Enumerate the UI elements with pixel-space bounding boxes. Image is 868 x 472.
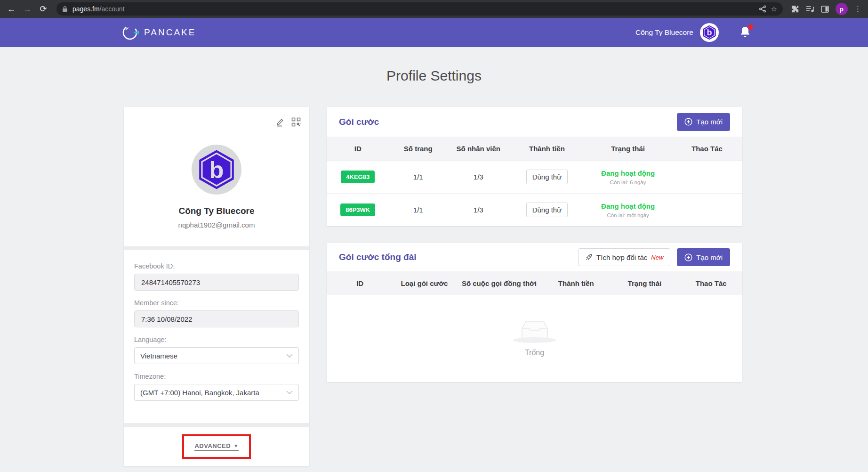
edit-pencil-icon[interactable] (275, 117, 285, 127)
qr-code-icon[interactable] (291, 117, 301, 127)
col-id: ID (327, 145, 389, 153)
brand-name: PANCAKE (144, 27, 196, 38)
account-page: Profile Settings b Công Ty Bluecore nqph (0, 47, 868, 472)
empty-text: Trống (525, 349, 544, 357)
reload-icon[interactable]: ⟳ (37, 2, 50, 16)
url-text: pages.fm/account (72, 5, 125, 13)
col-actions: Thao Tác (680, 279, 742, 287)
account-name[interactable]: Công Ty Bluecore (635, 28, 693, 37)
profile-form-section: Facebook ID: Member since: Language: Vie… (124, 250, 309, 423)
plan-status: Đang hoạt động (584, 202, 671, 210)
section-divider (124, 246, 309, 250)
notification-bell-icon[interactable] (739, 26, 752, 39)
profile-email: nqphat1902@gmail.com (124, 221, 309, 229)
plan-pages: 1/1 (389, 206, 447, 214)
extensions-puzzle-icon[interactable] (791, 5, 799, 13)
timezone-select[interactable]: (GMT +7:00) Hanoi, Bangkok, Jakarta (134, 384, 299, 401)
page-title: Profile Settings (0, 68, 868, 84)
facebook-id-field[interactable] (134, 274, 299, 291)
plan-pages: 1/1 (389, 173, 447, 181)
plan-remaining: Còn lại: một ngày (584, 212, 671, 218)
timezone-label: Timezone: (134, 373, 299, 380)
menu-kebab-icon[interactable]: ⋮ (854, 5, 861, 13)
col-status: Trạng thái (609, 279, 680, 287)
plan-price-tag: Dùng thử (526, 170, 568, 184)
section-divider (124, 423, 309, 427)
pancake-logo-icon (120, 23, 140, 42)
create-callcenter-plan-label: Tạo mới (696, 253, 723, 261)
callcenter-card-header: Gói cước tổng đài Tích hợp đối tác New T… (327, 243, 742, 271)
address-bar[interactable]: pages.fm/account ☆ (56, 2, 783, 16)
pancake-brand[interactable]: PANCAKE (120, 18, 196, 47)
advanced-label: ADVANCED (194, 442, 231, 449)
member-since-label: Member since: (134, 299, 299, 307)
plan-staff: 1/3 (447, 173, 509, 181)
side-panel-icon[interactable] (821, 6, 829, 13)
plan-status: Đang hoạt động (584, 169, 671, 177)
share-icon[interactable] (759, 5, 766, 13)
col-price: Thành tiền (509, 145, 584, 153)
notification-dot (748, 24, 753, 30)
bookmark-star-icon[interactable]: ☆ (771, 5, 777, 13)
forward-icon[interactable]: → (21, 2, 34, 16)
col-pages: Số trang (389, 145, 447, 153)
profile-name: Công Ty Bluecore (124, 206, 309, 216)
language-select[interactable]: Vietnamese (134, 347, 299, 364)
callcenter-card: Gói cước tổng đài Tích hợp đối tác New T… (327, 243, 742, 382)
create-callcenter-plan-button[interactable]: Tạo mới (677, 248, 730, 266)
timezone-value: (GMT +7:00) Hanoi, Bangkok, Jakarta (140, 389, 259, 397)
plans-title: Gói cước (339, 117, 677, 127)
profile-summary-section: b Công Ty Bluecore nqphat1902@gmail.com (124, 107, 309, 246)
triangle-down-icon: ▼ (233, 443, 238, 448)
col-actions: Thao Tác (672, 145, 742, 153)
advanced-toggle[interactable]: ADVANCED ▼ (194, 442, 238, 451)
plan-remaining: Còn lại: 6 ngày (584, 179, 671, 185)
plans-card-header: Gói cước Tạo mới (327, 107, 742, 137)
plus-circle-icon (684, 118, 692, 126)
partner-integration-button[interactable]: Tích hợp đối tác New (578, 248, 670, 266)
profile-card: b Công Ty Bluecore nqphat1902@gmail.com … (124, 107, 309, 466)
profile-avatar[interactable]: b (192, 145, 241, 195)
chevron-down-icon (286, 354, 293, 358)
advanced-section: ADVANCED ▼ (124, 427, 309, 466)
plan-id-badge[interactable]: 4KEG83 (341, 171, 375, 183)
empty-state: Trống (327, 295, 742, 382)
lock-icon (62, 6, 68, 12)
col-staff: Số nhân viên (447, 145, 509, 153)
plans-column: Gói cước Tạo mới ID Số trang Số nhân viê… (327, 107, 742, 382)
plan-id-badge[interactable]: 86P3WK (340, 203, 375, 216)
callcenter-title: Gói cước tổng đài (339, 252, 578, 262)
back-icon[interactable]: ← (5, 2, 18, 16)
partner-integration-label: Tích hợp đối tác (596, 253, 647, 261)
browser-profile-avatar[interactable]: p (836, 3, 848, 15)
empty-icon-shadow (513, 337, 556, 343)
chevron-down-icon (286, 391, 293, 395)
language-label: Language: (134, 336, 299, 343)
reading-list-icon[interactable] (806, 5, 814, 13)
browser-toolbar: ← → ⟳ pages.fm/account ☆ p ⋮ (0, 0, 868, 18)
col-concurrent-calls: Số cuộc gọi đồng thời (456, 279, 543, 287)
bluecore-hexagon-icon: b (195, 148, 238, 191)
app-header: PANCAKE Công Ty Bluecore b (0, 18, 868, 47)
table-row: 4KEG83 1/1 1/3 Dùng thử Đang hoạt động C… (327, 160, 742, 193)
member-since-field[interactable] (134, 310, 299, 327)
col-plan-type: Loại gói cước (393, 279, 455, 287)
annotation-highlight-box: ADVANCED ▼ (182, 434, 251, 459)
svg-text:b: b (209, 156, 224, 183)
facebook-id-label: Facebook ID: (134, 262, 299, 270)
plus-circle-icon (684, 253, 692, 261)
svg-text:b: b (707, 28, 712, 37)
bluecore-hexagon-icon: b (701, 24, 717, 41)
plan-staff: 1/3 (447, 206, 509, 214)
profile-card-actions (275, 117, 301, 127)
rocket-icon (585, 253, 593, 261)
account-avatar[interactable]: b (700, 23, 719, 42)
header-account-area: Công Ty Bluecore b (635, 18, 752, 47)
plan-price-tag: Dùng thử (526, 203, 568, 217)
col-id: ID (327, 279, 393, 287)
language-value: Vietnamese (140, 352, 177, 360)
new-badge: New (651, 254, 663, 261)
create-plan-button[interactable]: Tạo mới (677, 113, 730, 131)
col-price: Thành tiền (543, 279, 609, 287)
plans-card: Gói cước Tạo mới ID Số trang Số nhân viê… (327, 107, 742, 226)
